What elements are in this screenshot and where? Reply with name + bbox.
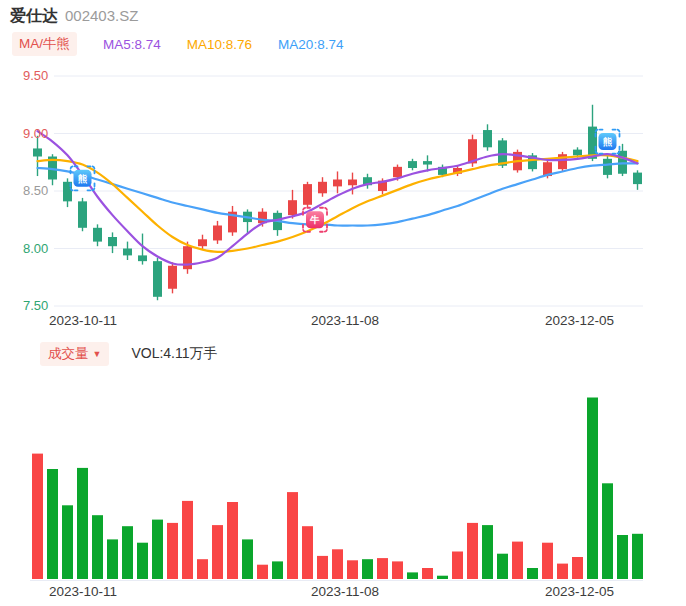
volume-bar[interactable]: [77, 468, 88, 579]
volume-bar[interactable]: [527, 568, 538, 579]
volume-bar[interactable]: [332, 549, 343, 579]
volume-bar[interactable]: [632, 534, 643, 579]
volume-bar[interactable]: [302, 526, 313, 579]
x-axis-label: 2023-10-11: [49, 313, 117, 328]
volume-selector-label: 成交量: [48, 345, 89, 363]
stock-code: 002403.SZ: [65, 7, 138, 24]
volume-bar[interactable]: [392, 561, 403, 579]
candlestick[interactable]: [198, 235, 207, 250]
candlestick[interactable]: [408, 159, 417, 171]
volume-bar[interactable]: [257, 565, 268, 579]
candlestick[interactable]: [93, 224, 102, 246]
svg-text:熊: 熊: [603, 136, 613, 147]
ma20-legend-label: MA20:8.74: [278, 37, 343, 52]
volume-bar[interactable]: [617, 535, 628, 579]
volume-bar[interactable]: [152, 520, 163, 579]
volume-bar[interactable]: [602, 483, 613, 579]
candlestick[interactable]: [483, 124, 492, 150]
y-axis-tick: 9.00: [23, 126, 57, 142]
candlestick[interactable]: [273, 211, 282, 236]
volume-bar[interactable]: [572, 557, 583, 579]
candlestick[interactable]: [213, 221, 222, 244]
volume-bar[interactable]: [407, 572, 418, 579]
volume-bar[interactable]: [227, 502, 238, 579]
volume-bar[interactable]: [272, 561, 283, 579]
candlestick[interactable]: [603, 154, 612, 178]
candlestick[interactable]: [288, 190, 297, 219]
volume-bar[interactable]: [242, 539, 253, 579]
volume-bar[interactable]: [182, 501, 193, 579]
candlestick[interactable]: [228, 206, 237, 236]
ma10-legend-label: MA10:8.76: [187, 37, 252, 52]
volume-bar[interactable]: [467, 523, 478, 579]
dropdown-arrow-icon: ▼: [93, 349, 102, 359]
volume-bar[interactable]: [137, 543, 148, 579]
candlestick[interactable]: [108, 232, 117, 253]
candlestick[interactable]: [168, 262, 177, 293]
volume-bar[interactable]: [557, 564, 568, 579]
volume-bar[interactable]: [512, 542, 523, 579]
volume-bar[interactable]: [347, 560, 358, 579]
volume-bar[interactable]: [32, 454, 43, 579]
ma5-legend-label: MA5:8.74: [103, 37, 161, 52]
stock-name: 爱仕达: [10, 6, 58, 27]
volume-bar[interactable]: [362, 559, 373, 579]
volume-bar[interactable]: [587, 398, 598, 580]
svg-text:熊: 熊: [78, 173, 88, 184]
volume-bar[interactable]: [62, 505, 73, 579]
x-axis-label: 2023-10-11: [49, 584, 117, 599]
candlestick[interactable]: [318, 177, 327, 197]
svg-text:牛: 牛: [309, 214, 320, 225]
candlestick[interactable]: [333, 171, 342, 193]
x-axis-label: 2023-12-05: [545, 313, 614, 328]
volume-bar[interactable]: [122, 526, 133, 579]
volume-bar[interactable]: [482, 525, 493, 579]
candlestick[interactable]: [78, 198, 87, 231]
candlestick[interactable]: [303, 182, 312, 208]
volume-bar[interactable]: [287, 492, 298, 579]
candlestick[interactable]: [123, 242, 132, 260]
volume-bar[interactable]: [377, 558, 388, 579]
y-axis-tick: 7.50: [23, 298, 57, 314]
x-axis-label: 2023-11-08: [311, 584, 379, 599]
volume-bar[interactable]: [497, 554, 508, 579]
candlestick[interactable]: [363, 174, 372, 189]
ma-legend: MA/牛熊 MA5:8.74 MA10:8.76 MA20:8.74: [12, 32, 343, 56]
header: 爱仕达 002403.SZ: [10, 6, 138, 27]
candlestick[interactable]: [153, 258, 162, 301]
volume-bar[interactable]: [107, 539, 118, 579]
volume-header: 成交量 ▼ VOL:4.11万手: [40, 342, 218, 366]
volume-bar[interactable]: [212, 525, 223, 579]
price-and-volume-chart[interactable]: 熊牛熊: [0, 0, 686, 606]
y-axis-tick: 8.50: [23, 183, 57, 199]
volume-bar[interactable]: [317, 556, 328, 579]
x-axis-label: 2023-12-05: [545, 584, 614, 599]
volume-readout: VOL:4.11万手: [131, 345, 217, 363]
candlestick[interactable]: [633, 170, 642, 190]
volume-bar[interactable]: [437, 576, 448, 579]
candlestick[interactable]: [528, 153, 537, 171]
volume-bar[interactable]: [92, 515, 103, 579]
volume-bar[interactable]: [422, 568, 433, 579]
volume-indicator-selector[interactable]: 成交量 ▼: [40, 342, 109, 366]
volume-bar[interactable]: [452, 552, 463, 580]
ma-bull-bear-toggle[interactable]: MA/牛熊: [12, 32, 77, 56]
volume-bar[interactable]: [47, 469, 58, 579]
stock-chart-panel: 熊牛熊 爱仕达 002403.SZ MA/牛熊 MA5:8.74 MA10:8.…: [0, 0, 686, 606]
volume-bar[interactable]: [542, 543, 553, 579]
volume-bar[interactable]: [197, 559, 208, 579]
volume-bar[interactable]: [167, 523, 178, 579]
y-axis-tick: 9.50: [23, 68, 57, 84]
y-axis-tick: 8.00: [23, 241, 57, 257]
candlestick[interactable]: [558, 152, 567, 172]
candlestick[interactable]: [33, 136, 42, 176]
x-axis-label: 2023-11-08: [311, 313, 379, 328]
